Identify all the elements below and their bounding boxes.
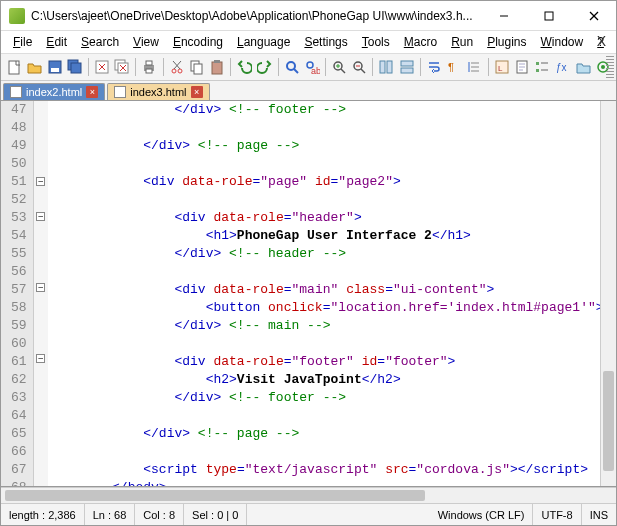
sync-v-icon[interactable]: [377, 57, 395, 77]
svg-rect-40: [401, 61, 413, 66]
code-line[interactable]: <script type="text/javascript" src="cord…: [50, 461, 600, 479]
code-line[interactable]: [50, 155, 600, 173]
code-line[interactable]: </body>: [50, 479, 600, 486]
folder-workspace-icon[interactable]: [573, 57, 591, 77]
code-line[interactable]: </div> <!-- footer -->: [50, 389, 600, 407]
status-eol: Windows (CR LF): [430, 504, 534, 525]
toolbar-separator: [135, 58, 136, 76]
svg-rect-1: [545, 12, 553, 20]
doc-map-icon[interactable]: [513, 57, 531, 77]
toolbar-separator: [278, 58, 279, 76]
save-icon[interactable]: [46, 57, 64, 77]
menu-encoding[interactable]: Encoding: [167, 33, 229, 51]
show-all-icon[interactable]: ¶: [445, 57, 463, 77]
doc-list-icon[interactable]: [533, 57, 551, 77]
tab-close-icon[interactable]: ×: [191, 86, 203, 98]
menu-tools[interactable]: Tools: [356, 33, 396, 51]
indent-guide-icon[interactable]: [465, 57, 483, 77]
print-icon[interactable]: [140, 57, 158, 77]
app-icon: [9, 8, 25, 24]
menu-file[interactable]: File: [7, 33, 38, 51]
hscroll-thumb[interactable]: [5, 490, 425, 501]
find-icon[interactable]: [283, 57, 301, 77]
code-line[interactable]: [50, 191, 600, 209]
toolbar-separator: [88, 58, 89, 76]
tab-label: index3.html: [130, 86, 186, 98]
svg-rect-41: [401, 68, 413, 73]
menu-search[interactable]: Search: [75, 33, 125, 51]
code-line[interactable]: </div> <!-- page -->: [50, 137, 600, 155]
code-line[interactable]: <div data-role="main" class="ui-content"…: [50, 281, 600, 299]
code-area[interactable]: </div> <!-- footer --> </div> <!-- page …: [48, 101, 600, 486]
save-all-icon[interactable]: [66, 57, 84, 77]
svg-rect-6: [51, 68, 59, 72]
code-line[interactable]: [50, 119, 600, 137]
open-file-icon[interactable]: [25, 57, 43, 77]
redo-icon[interactable]: [255, 57, 273, 77]
copy-icon[interactable]: [188, 57, 206, 77]
toolbar-separator: [163, 58, 164, 76]
code-line[interactable]: <div data-role="footer" id="footer">: [50, 353, 600, 371]
svg-line-28: [294, 69, 298, 73]
toolbar-separator: [372, 58, 373, 76]
vertical-scrollbar[interactable]: [600, 101, 616, 486]
code-line[interactable]: <button onclick="location.href='index.ht…: [50, 299, 600, 317]
file-icon: [10, 86, 22, 98]
zoom-in-icon[interactable]: [330, 57, 348, 77]
maximize-button[interactable]: [526, 2, 571, 30]
code-line[interactable]: </div> <!-- header -->: [50, 245, 600, 263]
undo-icon[interactable]: [235, 57, 253, 77]
code-line[interactable]: </div> <!-- page -->: [50, 425, 600, 443]
replace-icon[interactable]: ab: [303, 57, 321, 77]
paste-icon[interactable]: [208, 57, 226, 77]
toolbar-separator: [230, 58, 231, 76]
new-file-icon[interactable]: [5, 57, 23, 77]
menu-settings[interactable]: Settings: [298, 33, 353, 51]
tab-index2-html[interactable]: index2.html×: [3, 83, 105, 100]
toolbar-separator: [420, 58, 421, 76]
tab-index3-html[interactable]: index3.html×: [107, 83, 209, 100]
code-line[interactable]: [50, 443, 600, 461]
toolbar-separator: [325, 58, 326, 76]
menu-edit[interactable]: Edit: [40, 33, 73, 51]
svg-line-22: [173, 61, 180, 69]
close-button[interactable]: [571, 2, 616, 30]
menu-window[interactable]: Window: [535, 33, 590, 51]
close-all-icon[interactable]: [113, 57, 131, 77]
menu-run[interactable]: Run: [445, 33, 479, 51]
code-line[interactable]: </div> <!-- footer -->: [50, 101, 600, 119]
minimize-button[interactable]: [481, 2, 526, 30]
fold-column: − − − −: [34, 101, 48, 486]
wordwrap-icon[interactable]: [425, 57, 443, 77]
svg-point-20: [178, 69, 182, 73]
svg-rect-38: [380, 61, 385, 73]
svg-rect-54: [536, 69, 539, 72]
status-sel: Sel : 0 | 0: [184, 504, 247, 525]
menu-view[interactable]: View: [127, 33, 165, 51]
code-line[interactable]: </div> <!-- main -->: [50, 317, 600, 335]
mdi-close-icon[interactable]: X: [597, 33, 606, 49]
menu-plugins[interactable]: Plugins: [481, 33, 532, 51]
svg-rect-17: [146, 61, 152, 65]
close-icon[interactable]: [93, 57, 111, 77]
tab-close-icon[interactable]: ×: [86, 86, 98, 98]
cut-icon[interactable]: [167, 57, 185, 77]
code-line[interactable]: <h1>PhoneGap User Interface 2</h1>: [50, 227, 600, 245]
code-line[interactable]: [50, 407, 600, 425]
toolbar: ab¶Lƒx: [1, 53, 616, 81]
zoom-out-icon[interactable]: [350, 57, 368, 77]
status-encoding: UTF-8: [533, 504, 581, 525]
code-line[interactable]: <div data-role="header">: [50, 209, 600, 227]
func-list-icon[interactable]: ƒx: [553, 57, 571, 77]
status-length: length : 2,386: [1, 504, 85, 525]
vscroll-thumb[interactable]: [603, 371, 614, 471]
menu-macro[interactable]: Macro: [398, 33, 443, 51]
horizontal-scrollbar[interactable]: [1, 487, 616, 503]
code-line[interactable]: [50, 335, 600, 353]
sync-h-icon[interactable]: [398, 57, 416, 77]
menu-language[interactable]: Language: [231, 33, 296, 51]
code-line[interactable]: <div data-role="page" id="page2">: [50, 173, 600, 191]
code-line[interactable]: <h2>Visit JavaTpoint</h2>: [50, 371, 600, 389]
code-line[interactable]: [50, 263, 600, 281]
udl-icon[interactable]: L: [492, 57, 510, 77]
